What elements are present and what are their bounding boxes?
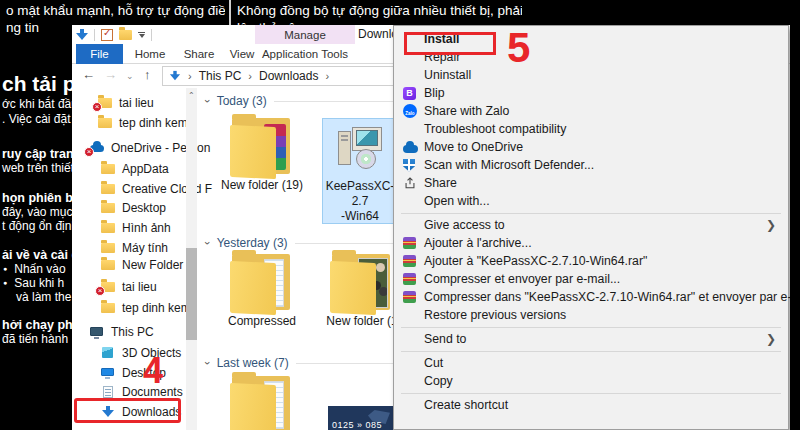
article-line: web trên thiết: [2, 161, 72, 175]
folder-icon: [101, 163, 115, 175]
toolbar-separator: [94, 29, 95, 41]
sidebar-item-tep-dinh-kem-2[interactable]: tep dinh kem: [101, 299, 191, 317]
sidebar-item-label: tep dinh kem: [119, 116, 188, 130]
bg-right-line1: Không đồng bộ tự động giữa nhiều thiết b…: [237, 2, 522, 19]
menu-item-share[interactable]: Share: [394, 174, 788, 192]
folder-icon: [101, 242, 115, 254]
downloads-icon[interactable]: [76, 29, 88, 41]
menu-item-compresser-envoyer[interactable]: Compresser et envoyer par e-mail...: [394, 270, 788, 288]
quick-access-toolbar: [76, 28, 152, 41]
menu-item-ajouter-archive[interactable]: Ajouter à l'archive...: [394, 234, 788, 252]
sidebar-item-label: This PC: [111, 325, 154, 339]
sidebar-item-label: Creative Cloud F: [122, 182, 212, 196]
menu-item-label: Ajouter à "KeePassXC-2.7.10-Win64.rar": [424, 254, 647, 268]
onedrive-icon: [90, 142, 104, 154]
back-icon[interactable]: ←: [82, 67, 95, 82]
menu-item-label: Compresser et envoyer par e-mail...: [424, 272, 620, 286]
file-tile-image-thumbnail[interactable]: 0125 » 085: [328, 406, 394, 430]
bg-left-line1: o mật khẩu mạnh, hỗ trợ tự động điền: [6, 2, 225, 19]
annotation-box-install: [404, 32, 496, 55]
sidebar-item-label: New Folder: [122, 258, 183, 272]
menu-item-compresser-dans-envoyer[interactable]: Compresser dans "KeePassXC-2.7.10-Win64.…: [394, 288, 788, 306]
sidebar-item-label: tai lieu: [122, 280, 157, 294]
tab-home[interactable]: Home: [127, 44, 173, 64]
sidebar-scrollbar[interactable]: ⌃: [186, 88, 197, 430]
menu-item-share-with-zalo[interactable]: Share with Zalo: [394, 102, 788, 120]
sidebar-item-hinh-anh[interactable]: Hình ảnh: [101, 219, 171, 237]
folder-icon: [101, 259, 115, 271]
sidebar-item-may-tinh[interactable]: Máy tính: [101, 239, 168, 257]
menu-item-uninstall[interactable]: Uninstall: [394, 66, 788, 84]
onedrive-cloud-icon: [403, 142, 424, 153]
menu-item-restore-previous-versions[interactable]: Restore previous versions: [394, 306, 788, 324]
tab-application-tools[interactable]: Application Tools: [255, 44, 355, 64]
sidebar-item-tep-dinh-kem[interactable]: tep dinh kem: [98, 114, 188, 132]
tab-file[interactable]: File: [76, 44, 123, 64]
chevron-down-icon: ›: [203, 241, 213, 245]
folder-icon: [101, 281, 115, 293]
article-bullet: Sau khi h: [3, 276, 64, 290]
file-tile-keepassxc-installer[interactable]: KeePassXC-2.7 -Win64: [322, 118, 398, 224]
menu-item-label: Open with...: [424, 194, 490, 208]
folder-icon: [330, 254, 394, 314]
customize-toolbar-icon[interactable]: [138, 32, 145, 38]
menu-item-send-to[interactable]: Send to ❯: [394, 330, 788, 348]
menu-item-ajouter-keepassxc-rar[interactable]: Ajouter à "KeePassXC-2.7.10-Win64.rar": [394, 252, 788, 270]
folder-icon: [98, 97, 112, 109]
up-icon[interactable]: ↑: [144, 67, 151, 82]
cube-icon: [101, 347, 115, 359]
menu-item-blip[interactable]: Blip: [394, 84, 788, 102]
manage-contextual-tab[interactable]: Manage: [255, 25, 355, 44]
annotation-step-5: 5: [507, 24, 530, 72]
file-tile-compressed[interactable]: Compressed: [216, 254, 308, 329]
menu-item-cut[interactable]: Cut: [394, 354, 788, 372]
downloads-location-icon: [170, 71, 180, 81]
sidebar-item-desktop-folder[interactable]: Desktop: [101, 199, 166, 217]
winrar-icon: [403, 255, 424, 267]
zalo-icon: [403, 104, 424, 118]
group-label: Yesterday (3): [217, 236, 288, 250]
forward-icon[interactable]: →: [104, 67, 117, 82]
menu-item-label: Cut: [424, 356, 443, 370]
sidebar-item-new-folder[interactable]: New Folder: [101, 256, 183, 274]
sidebar-item-label: tai lieu: [119, 96, 154, 110]
tab-share[interactable]: Share: [176, 44, 222, 64]
menu-item-troubleshoot-compatibility[interactable]: Troubleshoot compatibility: [394, 120, 788, 138]
sidebar-item-tai-lieu[interactable]: tai lieu: [98, 94, 154, 112]
file-label: New folder (19): [216, 178, 308, 193]
thumbnail-text: 0125 » 085: [332, 420, 382, 430]
sync-error-badge: [95, 286, 105, 296]
scroll-up-icon[interactable]: ⌃: [188, 91, 195, 100]
file-label: New folder (1: [322, 314, 402, 329]
scrollbar-thumb[interactable]: [186, 248, 197, 340]
menu-item-give-access-to[interactable]: Give access to ❯: [394, 216, 788, 234]
menu-item-label: Troubleshoot compatibility: [424, 122, 566, 136]
menu-item-copy[interactable]: Copy: [394, 372, 788, 390]
folder-icon: [101, 222, 115, 234]
sidebar-item-tai-lieu-2[interactable]: tai lieu: [101, 278, 157, 296]
winrar-icon: [403, 273, 424, 285]
menu-item-open-with[interactable]: Open with...: [394, 192, 788, 210]
context-menu: Install 5 Repair Uninstall Blip Share wi…: [393, 25, 789, 430]
breadcrumb-downloads[interactable]: Downloads: [259, 69, 318, 83]
file-tile-new-folder-1[interactable]: New folder (1: [322, 254, 402, 329]
menu-separator: [401, 351, 781, 352]
menu-item-scan-with-defender[interactable]: Scan with Microsoft Defender...: [394, 156, 788, 174]
history-chevron-icon[interactable]: ⌄: [126, 71, 134, 81]
menu-item-move-to-onedrive[interactable]: Move to OneDrive: [394, 138, 788, 156]
annotation-step-4: 4: [143, 350, 163, 392]
properties-icon[interactable]: [101, 29, 113, 41]
menu-item-create-shortcut[interactable]: Create shortcut: [394, 396, 788, 414]
menu-item-install[interactable]: Install 5: [394, 30, 788, 48]
article-line: . Việc cài đặt: [2, 112, 70, 126]
sidebar-item-this-pc[interactable]: This PC: [90, 323, 154, 341]
breadcrumb-this-pc[interactable]: This PC: [199, 69, 242, 83]
menu-item-label: Send to: [424, 332, 466, 346]
new-folder-icon[interactable]: [119, 30, 132, 40]
folder-icon: [101, 183, 115, 195]
sidebar-item-3d-objects[interactable]: 3D Objects: [101, 344, 181, 362]
file-tile-new-folder-19[interactable]: New folder (19): [216, 118, 308, 193]
sidebar-item-label: Hình ảnh: [122, 221, 171, 235]
sidebar-item-appdata[interactable]: AppData: [101, 160, 169, 178]
file-tile-lastweek-folder[interactable]: [216, 376, 308, 430]
